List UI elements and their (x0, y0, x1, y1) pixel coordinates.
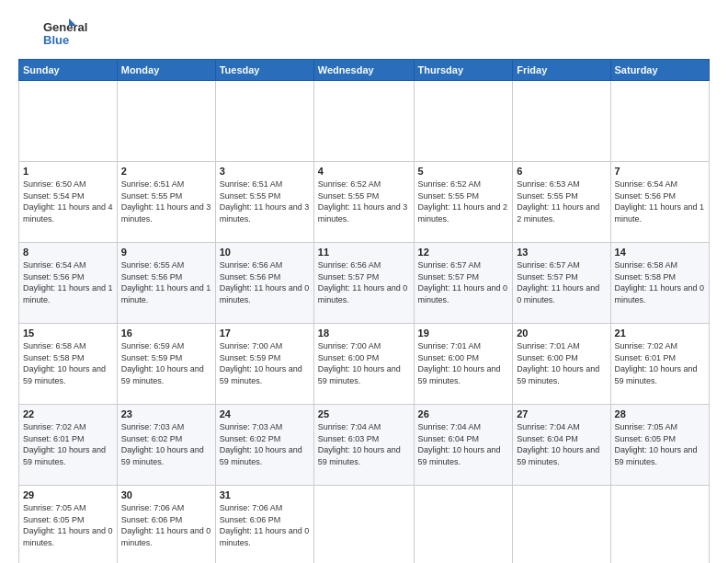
weekday-header-friday: Friday (513, 60, 610, 81)
day-number: 26 (418, 408, 509, 419)
calendar-cell: 23Sunrise: 7:03 AMSunset: 6:02 PMDayligh… (117, 405, 215, 486)
calendar-cell: 15Sunrise: 6:58 AMSunset: 5:58 PMDayligh… (19, 324, 118, 405)
day-number: 29 (23, 489, 113, 500)
day-info: Sunrise: 6:54 AMSunset: 5:56 PMDaylight:… (23, 259, 113, 305)
day-info: Sunrise: 6:50 AMSunset: 5:54 PMDaylight:… (23, 178, 113, 224)
calendar-cell: 10Sunrise: 6:56 AMSunset: 5:56 PMDayligh… (215, 243, 313, 324)
calendar-cell: 13Sunrise: 6:57 AMSunset: 5:57 PMDayligh… (513, 243, 610, 324)
svg-text:General: General (43, 20, 87, 34)
day-number: 31 (220, 489, 310, 500)
day-info: Sunrise: 7:03 AMSunset: 6:02 PMDaylight:… (121, 421, 211, 467)
day-info: Sunrise: 7:05 AMSunset: 6:05 PMDaylight:… (615, 421, 705, 467)
day-number: 8 (23, 247, 113, 258)
calendar-cell: 9Sunrise: 6:55 AMSunset: 5:56 PMDaylight… (117, 243, 215, 324)
day-number: 16 (121, 327, 211, 339)
calendar-cell: 12Sunrise: 6:57 AMSunset: 5:57 PMDayligh… (414, 243, 513, 324)
calendar-cell: 25Sunrise: 7:04 AMSunset: 6:03 PMDayligh… (313, 405, 414, 486)
day-number: 5 (418, 166, 509, 177)
calendar-cell: 1Sunrise: 6:50 AMSunset: 5:54 PMDaylight… (19, 162, 118, 243)
day-number: 22 (23, 408, 113, 419)
calendar-cell: 6Sunrise: 6:53 AMSunset: 5:55 PMDaylight… (513, 162, 610, 243)
calendar-table: SundayMondayTuesdayWednesdayThursdayFrid… (18, 59, 710, 563)
calendar-cell: 2Sunrise: 6:51 AMSunset: 5:55 PMDaylight… (117, 162, 215, 243)
calendar-cell: 29Sunrise: 7:05 AMSunset: 6:05 PMDayligh… (19, 486, 118, 564)
calendar-cell: 8Sunrise: 6:54 AMSunset: 5:56 PMDaylight… (19, 243, 118, 324)
day-info: Sunrise: 6:58 AMSunset: 5:58 PMDaylight:… (23, 340, 113, 386)
day-number: 13 (517, 247, 606, 258)
calendar-cell: 16Sunrise: 6:59 AMSunset: 5:59 PMDayligh… (117, 324, 215, 405)
calendar-cell: 27Sunrise: 7:04 AMSunset: 6:04 PMDayligh… (513, 405, 610, 486)
day-number: 11 (318, 247, 410, 258)
day-number: 9 (121, 247, 211, 258)
day-info: Sunrise: 7:04 AMSunset: 6:04 PMDaylight:… (418, 421, 509, 467)
day-number: 17 (220, 327, 310, 339)
day-number: 30 (121, 489, 211, 500)
calendar-cell (610, 486, 709, 564)
calendar-week-5: 29Sunrise: 7:05 AMSunset: 6:05 PMDayligh… (19, 486, 710, 564)
day-info: Sunrise: 6:54 AMSunset: 5:56 PMDaylight:… (615, 178, 705, 224)
calendar-cell (414, 81, 513, 162)
weekday-header-tuesday: Tuesday (215, 60, 313, 81)
calendar-cell: 30Sunrise: 7:06 AMSunset: 6:06 PMDayligh… (117, 486, 215, 564)
day-info: Sunrise: 7:06 AMSunset: 6:06 PMDaylight:… (220, 502, 310, 548)
day-info: Sunrise: 6:56 AMSunset: 5:56 PMDaylight:… (220, 259, 310, 305)
day-number: 4 (318, 166, 410, 177)
day-number: 7 (615, 166, 705, 177)
day-info: Sunrise: 6:57 AMSunset: 5:57 PMDaylight:… (418, 259, 509, 305)
day-number: 14 (615, 247, 705, 258)
calendar-week-2: 8Sunrise: 6:54 AMSunset: 5:56 PMDaylight… (19, 243, 710, 324)
day-info: Sunrise: 6:56 AMSunset: 5:57 PMDaylight:… (318, 259, 410, 305)
calendar-cell: 28Sunrise: 7:05 AMSunset: 6:05 PMDayligh… (610, 405, 709, 486)
calendar-cell: 11Sunrise: 6:56 AMSunset: 5:57 PMDayligh… (313, 243, 414, 324)
calendar-cell: 26Sunrise: 7:04 AMSunset: 6:04 PMDayligh… (414, 405, 513, 486)
calendar-cell: 21Sunrise: 7:02 AMSunset: 6:01 PMDayligh… (610, 324, 709, 405)
calendar-cell: 14Sunrise: 6:58 AMSunset: 5:58 PMDayligh… (610, 243, 709, 324)
day-info: Sunrise: 7:01 AMSunset: 6:00 PMDaylight:… (418, 340, 509, 386)
day-info: Sunrise: 6:51 AMSunset: 5:55 PMDaylight:… (121, 178, 211, 224)
day-number: 1 (23, 166, 113, 177)
day-info: Sunrise: 6:59 AMSunset: 5:59 PMDaylight:… (121, 340, 211, 386)
calendar-cell: 22Sunrise: 7:02 AMSunset: 6:01 PMDayligh… (19, 405, 118, 486)
day-number: 27 (517, 408, 606, 419)
day-number: 19 (418, 327, 509, 339)
weekday-header-saturday: Saturday (610, 60, 709, 81)
day-number: 12 (418, 247, 509, 258)
calendar-cell (117, 81, 215, 162)
day-info: Sunrise: 6:53 AMSunset: 5:55 PMDaylight:… (517, 178, 606, 224)
day-info: Sunrise: 7:02 AMSunset: 6:01 PMDaylight:… (615, 340, 705, 386)
calendar-cell (513, 486, 610, 564)
day-number: 25 (318, 408, 410, 419)
day-number: 10 (220, 247, 310, 258)
day-number: 2 (121, 166, 211, 177)
day-info: Sunrise: 6:52 AMSunset: 5:55 PMDaylight:… (418, 178, 509, 224)
day-info: Sunrise: 7:00 AMSunset: 5:59 PMDaylight:… (220, 340, 310, 386)
day-info: Sunrise: 7:02 AMSunset: 6:01 PMDaylight:… (23, 421, 113, 467)
calendar-cell: 17Sunrise: 7:00 AMSunset: 5:59 PMDayligh… (215, 324, 313, 405)
calendar-cell (19, 81, 118, 162)
weekday-header-sunday: Sunday (19, 60, 118, 81)
calendar-week-0 (19, 81, 710, 162)
calendar-cell: 18Sunrise: 7:00 AMSunset: 6:00 PMDayligh… (313, 324, 414, 405)
day-info: Sunrise: 7:06 AMSunset: 6:06 PMDaylight:… (121, 502, 211, 548)
day-info: Sunrise: 7:01 AMSunset: 6:00 PMDaylight:… (517, 340, 606, 386)
weekday-header-wednesday: Wednesday (313, 60, 414, 81)
calendar-cell: 20Sunrise: 7:01 AMSunset: 6:00 PMDayligh… (513, 324, 610, 405)
day-number: 21 (615, 327, 705, 339)
day-info: Sunrise: 6:58 AMSunset: 5:58 PMDaylight:… (615, 259, 705, 305)
logo: General Blue (18, 17, 101, 50)
day-number: 24 (220, 408, 310, 419)
calendar-week-3: 15Sunrise: 6:58 AMSunset: 5:58 PMDayligh… (19, 324, 710, 405)
day-info: Sunrise: 6:51 AMSunset: 5:55 PMDaylight:… (220, 178, 310, 224)
day-info: Sunrise: 7:04 AMSunset: 6:03 PMDaylight:… (318, 421, 410, 467)
calendar-cell (513, 81, 610, 162)
calendar-cell (313, 486, 414, 564)
page-header: General Blue (18, 17, 710, 50)
calendar-cell: 4Sunrise: 6:52 AMSunset: 5:55 PMDaylight… (313, 162, 414, 243)
calendar-cell: 7Sunrise: 6:54 AMSunset: 5:56 PMDaylight… (610, 162, 709, 243)
calendar-week-1: 1Sunrise: 6:50 AMSunset: 5:54 PMDaylight… (19, 162, 710, 243)
calendar-cell (610, 81, 709, 162)
logo-icon: General Blue (18, 17, 101, 50)
weekday-header-thursday: Thursday (414, 60, 513, 81)
day-number: 6 (517, 166, 606, 177)
calendar-cell (215, 81, 313, 162)
